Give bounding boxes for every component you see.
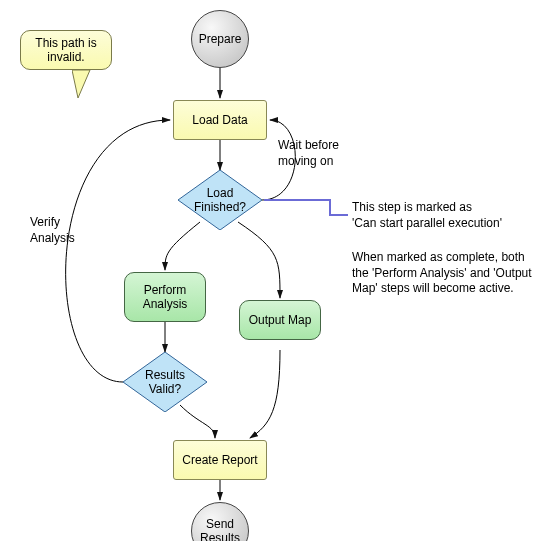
process-create-report: Create Report: [173, 440, 267, 480]
svg-marker-2: [72, 70, 90, 98]
decision-load-finished: Load Finished?: [178, 170, 262, 230]
node-label: Send Results: [200, 517, 240, 541]
node-label: Load Data: [192, 113, 247, 127]
callout-tail-icon: [72, 70, 112, 110]
node-label: Output Map: [249, 313, 312, 327]
process-load-data: Load Data: [173, 100, 267, 140]
node-label: Perform Analysis: [143, 283, 188, 312]
node-label: Prepare: [199, 32, 242, 46]
node-label: Load Finished?: [194, 186, 246, 215]
terminal-prepare: Prepare: [191, 10, 249, 68]
process-output-map: Output Map: [239, 300, 321, 340]
node-label: Results Valid?: [145, 368, 185, 397]
node-label: Create Report: [182, 453, 257, 467]
decision-results-valid: Results Valid?: [123, 352, 207, 412]
callout-invalid-path: This path is invalid.: [20, 30, 112, 70]
process-perform-analysis: Perform Analysis: [124, 272, 206, 322]
callout-text: This path is invalid.: [35, 36, 96, 64]
